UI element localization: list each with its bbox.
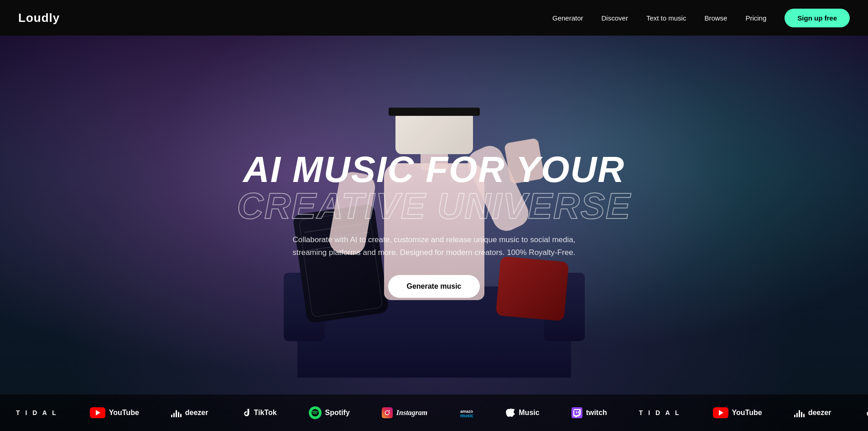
- nav-discover[interactable]: Discover: [602, 14, 628, 22]
- nav-pricing[interactable]: Pricing: [745, 14, 766, 22]
- vr-front: [395, 111, 473, 154]
- svg-rect-7: [576, 411, 577, 413]
- spotify-svg: [311, 409, 319, 417]
- youtube-label-dup: YouTube: [732, 409, 762, 417]
- bar5: [180, 414, 182, 417]
- logo-twitch: twitch: [556, 407, 623, 418]
- bar1: [171, 415, 172, 417]
- youtube-label: YouTube: [109, 409, 139, 417]
- spotify-label: Spotify: [325, 409, 350, 417]
- twitch-icon: [572, 407, 582, 418]
- instagram-label: Instagram: [396, 409, 427, 417]
- logo-tiktok: TikTok: [224, 408, 293, 418]
- spotify-icon: [309, 406, 322, 419]
- logo-instagram: Instagram: [366, 407, 443, 418]
- logos-track: T I D A L YouTube deezer: [0, 406, 868, 419]
- hero-title-line1: AI MUSIC FOR YOUR: [237, 151, 631, 188]
- hero-title-line2: CREATIVE UNIVERSE: [237, 188, 631, 224]
- svg-point-2: [389, 410, 390, 411]
- apple-music-label: Music: [519, 409, 539, 417]
- navbar: Loudly Generator Discover Text to music …: [0, 0, 868, 36]
- hero-section: AI MUSIC FOR YOUR CREATIVE UNIVERSE Coll…: [0, 0, 868, 431]
- youtube-play: [96, 410, 100, 415]
- nav-links: Generator Discover Text to music Browse …: [552, 9, 850, 27]
- vr-headset: [395, 111, 473, 154]
- svg-rect-6: [578, 411, 579, 413]
- bar2: [173, 413, 175, 417]
- deezer-label-dup: deezer: [808, 409, 832, 417]
- logo-youtube: YouTube: [74, 407, 155, 418]
- deezer-icon: [171, 408, 182, 417]
- svg-text:music: music: [460, 413, 473, 418]
- amazon-icon: amazon music: [459, 407, 473, 418]
- tiktok-label: TikTok: [254, 409, 277, 417]
- logo[interactable]: Loudly: [18, 11, 60, 25]
- tiktok-icon: [240, 408, 250, 418]
- deezer-label: deezer: [185, 409, 208, 417]
- svg-rect-0: [382, 407, 393, 418]
- youtube-icon: [90, 407, 105, 418]
- hero-content: AI MUSIC FOR YOUR CREATIVE UNIVERSE Coll…: [228, 151, 640, 297]
- logo-tiktok-dup: TikTok: [847, 408, 868, 418]
- nav-browse[interactable]: Browse: [704, 14, 727, 22]
- generate-music-button[interactable]: Generate music: [388, 275, 479, 298]
- hero-subtitle: Collaborate with AI to create, customize…: [279, 234, 589, 258]
- bar3: [176, 410, 177, 417]
- deezer-icon-dup: [794, 408, 805, 417]
- tidal-text: T I D A L: [16, 409, 58, 416]
- nav-text-to-music[interactable]: Text to music: [646, 14, 686, 22]
- bar4: [178, 412, 179, 417]
- apple-icon: [505, 408, 515, 418]
- logo-spotify: Spotify: [293, 406, 366, 419]
- logos-strip: T I D A L YouTube deezer: [0, 395, 868, 431]
- tidal-text-dup: T I D A L: [639, 409, 681, 416]
- logo-deezer-dup: deezer: [778, 408, 847, 417]
- youtube-icon-dup: [713, 407, 728, 418]
- instagram-icon: [382, 407, 393, 418]
- logo-deezer: deezer: [155, 408, 224, 417]
- logo-tidal-dup: T I D A L: [623, 409, 697, 416]
- tiktok-icon-dup: [863, 408, 868, 418]
- logo-amazon: amazon music: [443, 407, 489, 418]
- nav-generator[interactable]: Generator: [552, 14, 583, 22]
- signup-button[interactable]: Sign up free: [785, 9, 850, 27]
- vr-headband: [389, 108, 480, 116]
- logo-tidal: T I D A L: [0, 409, 74, 416]
- twitch-label: twitch: [586, 409, 607, 417]
- logo-apple-music: Music: [489, 408, 555, 418]
- logo-youtube-dup: YouTube: [697, 407, 778, 418]
